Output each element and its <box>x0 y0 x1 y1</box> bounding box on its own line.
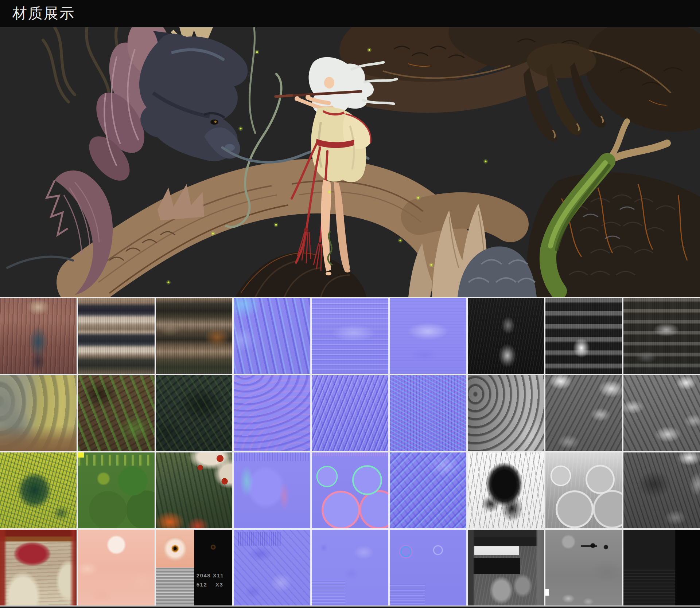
page-title: 材质展示 <box>0 0 700 26</box>
texture-tile-r4c8-roughness-skin <box>545 530 622 605</box>
texture-tile-r4c1-albedo-clothing <box>0 530 77 605</box>
title-bar: 材质展示 <box>0 0 700 27</box>
hero-render <box>0 27 700 297</box>
texture-tile-r3c4-normal-leaf-blob <box>234 452 310 528</box>
dragon-scene-illustration <box>0 27 700 297</box>
texture-tile-r3c6-normal-swirl <box>390 452 466 528</box>
texture-tile-r1c8-roughness-mane <box>545 298 622 374</box>
texture-tile-r3c2-albedo-lotus-leaves <box>78 452 155 528</box>
texture-tile-r4c4-normal-clothing <box>234 530 310 605</box>
texture-tile-r4c6-normal-eyes <box>390 530 466 605</box>
texture-tile-r4c3-albedo-eyes-metal-sizes: 2048 X11512 X3 <box>156 530 233 605</box>
texture-tile-r3c1-albedo-foliage <box>0 452 77 528</box>
texture-tile-r3c5-normal-lotus-leaves <box>312 452 388 528</box>
texture-tile-r1c2-albedo-mane-stripes <box>78 298 155 374</box>
girl-face <box>324 77 334 89</box>
material-showcase-page: 材质展示 <box>0 0 700 608</box>
bottom-edge <box>0 607 700 608</box>
texture-tile-r4c2-albedo-skin <box>78 530 155 605</box>
texture-tile-r4c9-roughness-dark-flat <box>623 530 700 605</box>
texture-size-line2: 512 X3 <box>197 581 224 588</box>
texture-tile-r4c5-normal-skin <box>312 530 388 605</box>
texture-tile-r2c2-albedo-moss <box>78 375 155 451</box>
texture-tile-r2c7-roughness-fins <box>468 375 544 451</box>
texture-tile-r1c7-roughness-dragon-body <box>468 298 544 374</box>
texture-tile-r2c4-normal-fins <box>234 375 310 451</box>
texture-tile-r1c5-normal-mane <box>312 298 388 374</box>
texture-size-label: 2048 X11512 X3 <box>197 572 224 588</box>
texture-tile-r2c3-albedo-moss-dark <box>156 375 233 451</box>
texture-tile-r2c1-albedo-fins <box>0 375 77 451</box>
texture-tile-r3c7-opacity-foliage <box>468 452 544 528</box>
texture-tile-r3c3-albedo-mixed-foliage <box>156 452 233 528</box>
texture-tile-r2c5-normal-ridges <box>312 375 388 451</box>
texture-tile-r3c8-roughness-lotus <box>545 452 622 528</box>
texture-size-line1: 2048 X11 <box>197 572 224 579</box>
texture-grid: 2048 X11512 X3 <box>0 297 700 605</box>
texture-tile-r1c3-albedo-mane-stripes-2 <box>156 298 233 374</box>
texture-tile-r1c4-normal-dragon-body <box>234 298 310 374</box>
texture-tile-r4c7-roughness-clothing <box>468 530 544 605</box>
texture-tile-r1c9-roughness-mane-2 <box>623 298 700 374</box>
texture-tile-r2c8-roughness-patches <box>545 375 622 451</box>
texture-tile-r2c9-roughness-patches-2 <box>623 375 700 451</box>
texture-tile-r1c1-albedo-dragon-body <box>0 298 77 374</box>
dragon-eye <box>210 119 218 125</box>
texture-tile-r1c6-normal-mane-2 <box>390 298 466 374</box>
texture-tile-r2c6-normal-moss <box>390 375 466 451</box>
texture-tile-r3c9-roughness-dark-mottle <box>623 452 700 528</box>
